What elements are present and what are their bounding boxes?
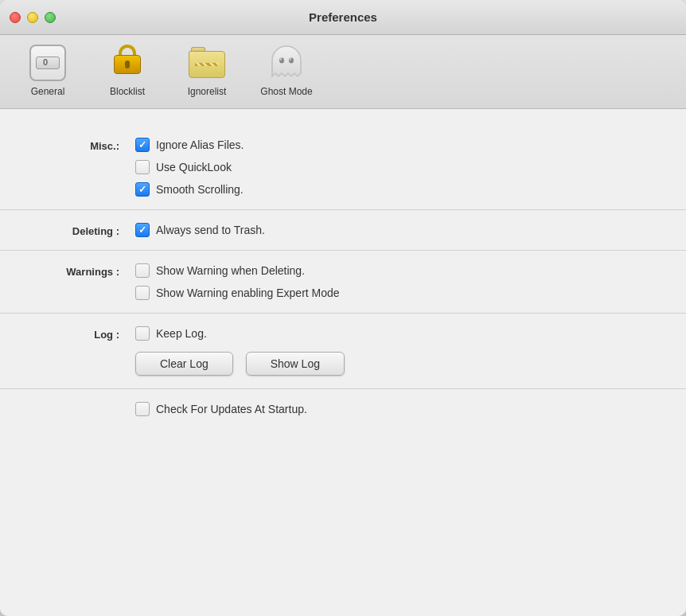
send-to-trash-row: Always send to Trash. <box>135 223 654 237</box>
warn-expert-checkbox[interactable] <box>135 286 150 300</box>
ignore-alias-label[interactable]: Ignore Alias Files. <box>156 138 244 151</box>
ignorelist-icon <box>187 43 227 83</box>
warn-expert-label[interactable]: Show Warning enabling Expert Mode <box>156 287 340 299</box>
warnings-label: Warnings : <box>32 263 119 278</box>
ignorelist-folder-icon <box>189 47 225 79</box>
updates-section: Check For Updates At Startup. <box>0 389 686 429</box>
ignore-alias-checkbox[interactable] <box>135 138 150 152</box>
toolbar: General Blocklist Ignorelist <box>0 35 686 109</box>
warn-deleting-checkbox[interactable] <box>135 263 150 278</box>
warnings-section: Warnings : Show Warning when Deleting. S… <box>0 251 686 314</box>
svg-point-2 <box>280 58 282 60</box>
toolbar-label-ignorelist: Ignorelist <box>188 86 227 97</box>
deleting-label: Deleting : <box>32 223 119 237</box>
general-toggle-icon <box>29 45 66 81</box>
general-icon <box>28 43 68 83</box>
blocklist-lock-icon <box>111 45 143 81</box>
toolbar-item-blocklist[interactable]: Blocklist <box>95 43 159 97</box>
check-updates-row: Check For Updates At Startup. <box>135 402 654 416</box>
toolbar-item-ghost-mode[interactable]: Ghost Mode <box>255 43 318 97</box>
quicklook-label[interactable]: Use QuickLook <box>156 161 232 173</box>
window-title: Preferences <box>309 10 377 24</box>
toolbar-label-blocklist: Blocklist <box>110 86 145 97</box>
maximize-button[interactable] <box>45 12 56 23</box>
misc-controls: Ignore Alias Files. Use QuickLook Smooth… <box>135 138 654 197</box>
show-log-button[interactable]: Show Log <box>246 352 345 376</box>
toolbar-label-general: General <box>31 86 65 97</box>
misc-section: Misc.: Ignore Alias Files. Use QuickLook… <box>0 125 686 210</box>
log-controls: Keep Log. Clear Log Show Log <box>135 326 654 376</box>
preferences-window: Preferences General Blocklist <box>0 0 686 616</box>
smooth-scrolling-row: Smooth Scrolling. <box>135 182 654 197</box>
svg-point-3 <box>290 58 291 60</box>
log-buttons-row: Clear Log Show Log <box>135 352 654 376</box>
log-section: Log : Keep Log. Clear Log Show Log <box>0 314 686 389</box>
ignore-alias-row: Ignore Alias Files. <box>135 138 654 152</box>
close-button[interactable] <box>10 12 21 23</box>
keep-log-checkbox[interactable] <box>135 326 150 341</box>
send-to-trash-checkbox[interactable] <box>135 223 150 237</box>
toolbar-item-ignorelist[interactable]: Ignorelist <box>175 43 239 97</box>
traffic-lights <box>10 12 56 23</box>
svg-point-1 <box>289 58 294 64</box>
send-to-trash-label[interactable]: Always send to Trash. <box>156 224 265 236</box>
ghost-svg-icon <box>269 45 304 81</box>
keep-log-label[interactable]: Keep Log. <box>156 327 207 340</box>
deleting-section: Deleting : Always send to Trash. <box>0 210 686 251</box>
blocklist-icon <box>107 43 147 83</box>
minimize-button[interactable] <box>27 12 38 23</box>
updates-controls: Check For Updates At Startup. <box>135 402 654 416</box>
ghost-mode-icon <box>267 43 306 83</box>
smooth-scrolling-label[interactable]: Smooth Scrolling. <box>156 183 244 196</box>
check-updates-label[interactable]: Check For Updates At Startup. <box>156 403 307 415</box>
content-area: Misc.: Ignore Alias Files. Use QuickLook… <box>0 109 686 616</box>
title-bar: Preferences <box>0 0 686 35</box>
smooth-scrolling-checkbox[interactable] <box>135 182 150 197</box>
warn-deleting-label[interactable]: Show Warning when Deleting. <box>156 264 305 277</box>
updates-label <box>32 402 119 404</box>
warn-expert-row: Show Warning enabling Expert Mode <box>135 286 654 300</box>
warn-deleting-row: Show Warning when Deleting. <box>135 263 654 278</box>
toolbar-label-ghost-mode: Ghost Mode <box>260 86 312 97</box>
clear-log-button[interactable]: Clear Log <box>135 352 233 376</box>
quicklook-row: Use QuickLook <box>135 160 654 174</box>
quicklook-checkbox[interactable] <box>135 160 150 174</box>
log-label: Log : <box>32 326 119 341</box>
deleting-controls: Always send to Trash. <box>135 223 654 237</box>
check-updates-checkbox[interactable] <box>135 402 150 416</box>
svg-point-0 <box>279 58 284 64</box>
keep-log-row: Keep Log. <box>135 326 654 341</box>
toolbar-item-general[interactable]: General <box>16 43 80 97</box>
misc-label: Misc.: <box>32 138 119 152</box>
warnings-controls: Show Warning when Deleting. Show Warning… <box>135 263 654 300</box>
